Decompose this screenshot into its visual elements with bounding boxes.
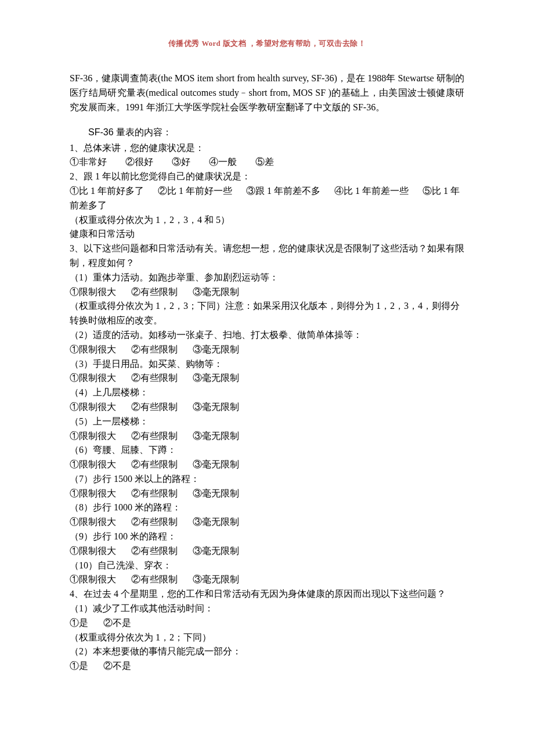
q4-opt-1: ①是 xyxy=(70,616,88,631)
q3-opt-1: ①限制很大 xyxy=(70,371,116,386)
q4-opt-2: ②不是 xyxy=(103,616,131,631)
q3-opt-2: ②有些限制 xyxy=(131,544,178,559)
q1-opt-5: ⑤差 xyxy=(255,155,274,170)
q4-note: （权重或得分依次为 1，2；下同） xyxy=(70,631,464,645)
q3-opt-3: ③毫无限制 xyxy=(193,285,239,300)
q3-item-10: （10）自己洗澡、穿衣： xyxy=(70,559,464,573)
q3-item-2: （2）适度的活动。如移动一张桌子、扫地、打太极拳、做简单体操等： xyxy=(70,328,464,343)
q3-item-7-options: ①限制很大 ②有些限制 ③毫无限制 xyxy=(70,487,464,501)
question-3: 3、以下这些问题都和日常活动有关。请您想一想，您的健康状况是否限制了这些活动？如… xyxy=(70,242,464,271)
q3-item-5: （5）上一层楼梯： xyxy=(70,415,464,429)
q3-item-9-options: ①限制很大 ②有些限制 ③毫无限制 xyxy=(70,544,464,559)
q3-opt-3: ③毫无限制 xyxy=(193,343,239,357)
q3-item-1-options: ①限制很大 ②有些限制 ③毫无限制 xyxy=(70,285,464,300)
q4-item-1-options: ①是 ②不是 xyxy=(70,616,464,631)
q3-opt-2: ②有些限制 xyxy=(131,371,178,386)
q3-item-7: （7）步行 1500 米以上的路程： xyxy=(70,472,464,487)
q3-item-8-options: ①限制很大 ②有些限制 ③毫无限制 xyxy=(70,515,464,530)
header-note: 传播优秀 Word 版文档 ，希望对您有帮助，可双击去除！ xyxy=(70,38,464,49)
q3-item-10-options: ①限制很大 ②有些限制 ③毫无限制 xyxy=(70,573,464,587)
q3-opt-3: ③毫无限制 xyxy=(193,544,239,559)
q3-opt-1: ①限制很大 xyxy=(70,285,116,300)
q3-opt-1: ①限制很大 xyxy=(70,487,116,501)
q3-opt-1: ①限制很大 xyxy=(70,515,116,530)
q3-opt-1: ①限制很大 xyxy=(70,400,116,415)
q3-opt-1: ①限制很大 xyxy=(70,573,116,587)
q3-opt-3: ③毫无限制 xyxy=(193,458,239,472)
q3-item-4-options: ①限制很大 ②有些限制 ③毫无限制 xyxy=(70,400,464,415)
q3-opt-2: ②有些限制 xyxy=(131,573,178,587)
q3-item-4: （4）上几层楼梯： xyxy=(70,386,464,400)
q3-item-1: （1）重体力活动。如跑步举重、参加剧烈运动等： xyxy=(70,271,464,285)
q3-item-9: （9）步行 100 米的路程： xyxy=(70,530,464,544)
question-1-options: ①非常好 ②很好 ③好 ④一般 ⑤差 xyxy=(70,155,464,170)
q4-opt-2: ②不是 xyxy=(103,659,131,674)
q4-opt-1: ①是 xyxy=(70,659,88,674)
q3-item-3-options: ①限制很大 ②有些限制 ③毫无限制 xyxy=(70,371,464,386)
q3-opt-2: ②有些限制 xyxy=(131,400,178,415)
question-2-options: ①比 1 年前好多了 ②比 1 年前好一些 ③跟 1 年前差不多 ④比 1 年前… xyxy=(70,184,464,213)
q1-opt-3: ③好 xyxy=(172,155,190,170)
q3-item-3: （3）手提日用品。如买菜、购物等： xyxy=(70,357,464,372)
question-2-note: （权重或得分依次为 1，2，3，4 和 5） xyxy=(70,213,464,228)
q3-opt-2: ②有些限制 xyxy=(131,515,178,530)
q3-item-8: （8）步行 1000 米的路程： xyxy=(70,501,464,515)
section-2-header: 健康和日常活动 xyxy=(70,227,464,242)
q3-item-6-options: ①限制很大 ②有些限制 ③毫无限制 xyxy=(70,458,464,472)
q3-opt-1: ①限制很大 xyxy=(70,429,116,444)
q3-item-2-options: ①限制很大 ②有些限制 ③毫无限制 xyxy=(70,343,464,357)
q3-item-5-options: ①限制很大 ②有些限制 ③毫无限制 xyxy=(70,429,464,444)
q3-opt-3: ③毫无限制 xyxy=(193,573,239,587)
q3-opt-2: ②有些限制 xyxy=(131,458,178,472)
q3-opt-2: ②有些限制 xyxy=(131,487,178,501)
question-1: 1、总体来讲，您的健康状况是： xyxy=(70,141,464,156)
q3-opt-3: ③毫无限制 xyxy=(193,429,239,444)
question-4: 4、在过去 4 个星期里，您的工作和日常活动有无因为身体健康的原因而出现以下这些… xyxy=(70,587,464,602)
q3-opt-3: ③毫无限制 xyxy=(193,371,239,386)
q3-note: （权重或得分依次为 1，2，3；下同）注意：如果采用汉化版本，则得分为 1，2，… xyxy=(70,299,464,328)
q1-opt-4: ④一般 xyxy=(209,155,237,170)
q3-opt-2: ②有些限制 xyxy=(131,429,178,444)
q1-opt-1: ①非常好 xyxy=(70,155,107,170)
document-page: 传播优秀 Word 版文档 ，希望对您有帮助，可双击去除！ SF-36，健康调查… xyxy=(0,0,534,756)
q3-opt-1: ①限制很大 xyxy=(70,544,116,559)
q3-opt-3: ③毫无限制 xyxy=(193,400,239,415)
q3-opt-3: ③毫无限制 xyxy=(193,515,239,530)
q4-item-1: （1）减少了工作或其他活动时间： xyxy=(70,602,464,616)
q3-opt-2: ②有些限制 xyxy=(131,343,178,357)
q1-opt-2: ②很好 xyxy=(125,155,153,170)
section-title: SF-36 量表的内容： xyxy=(70,125,464,140)
q3-opt-3: ③毫无限制 xyxy=(193,487,239,501)
q3-opt-2: ②有些限制 xyxy=(131,285,178,300)
q4-item-2: （2）本来想要做的事情只能完成一部分： xyxy=(70,645,464,659)
q4-item-2-options: ①是 ②不是 xyxy=(70,659,464,674)
q3-opt-1: ①限制很大 xyxy=(70,343,116,357)
q3-item-6: （6）弯腰、屈膝、下蹲： xyxy=(70,443,464,458)
question-2: 2、跟 1 年以前比您觉得自己的健康状况是： xyxy=(70,170,464,184)
intro-paragraph: SF-36，健康调查简表(the MOS item short from hea… xyxy=(70,71,464,114)
q3-opt-1: ①限制很大 xyxy=(70,458,116,472)
